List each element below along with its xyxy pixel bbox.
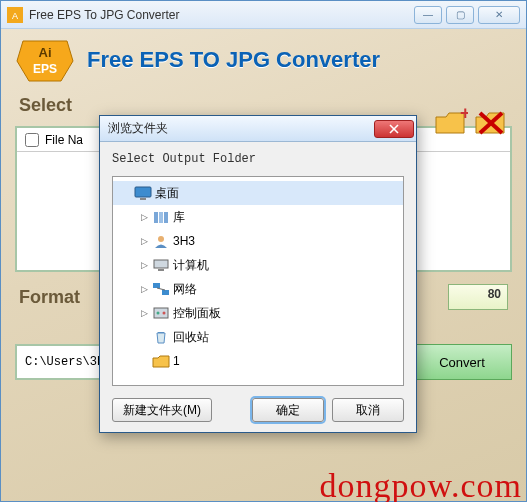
- app-title: Free EPS TO JPG Converter: [87, 47, 380, 73]
- tree-item-label: 控制面板: [173, 305, 221, 322]
- new-folder-button[interactable]: 新建文件夹(M): [112, 398, 212, 422]
- tree-item[interactable]: ▷计算机: [113, 253, 403, 277]
- logo-icon: Ai EPS: [15, 37, 75, 83]
- toolbar-icons: +: [434, 107, 508, 137]
- expand-arrow-icon[interactable]: ▷: [139, 260, 149, 270]
- svg-point-22: [157, 312, 160, 315]
- tree-item[interactable]: ▷库: [113, 205, 403, 229]
- remove-folder-icon[interactable]: [474, 107, 508, 137]
- tree-item-label: 桌面: [155, 185, 179, 202]
- tree-item-label: 计算机: [173, 257, 209, 274]
- tree-item[interactable]: ▷网络: [113, 277, 403, 301]
- svg-rect-17: [158, 269, 164, 271]
- user-icon: [152, 233, 170, 249]
- svg-rect-19: [162, 290, 169, 295]
- svg-rect-11: [140, 198, 146, 200]
- header: Ai EPS Free EPS TO JPG Converter: [1, 29, 526, 91]
- svg-point-15: [158, 236, 164, 242]
- svg-text:A: A: [12, 11, 18, 21]
- tree-item[interactable]: 桌面: [113, 181, 403, 205]
- format-label: Format: [19, 287, 80, 308]
- svg-rect-14: [164, 212, 168, 223]
- tree-item[interactable]: ▷3H3: [113, 229, 403, 253]
- expand-arrow-icon[interactable]: ▷: [139, 212, 149, 222]
- minimize-button[interactable]: —: [414, 6, 442, 24]
- titlebar[interactable]: A Free EPS To JPG Converter — ▢ ✕: [1, 1, 526, 29]
- svg-text:EPS: EPS: [33, 62, 57, 76]
- network-icon: [152, 281, 170, 297]
- svg-rect-10: [135, 187, 151, 197]
- ok-button[interactable]: 确定: [252, 398, 324, 422]
- watermark-text: dongpow.com: [320, 467, 522, 502]
- tree-item-label: 1: [173, 354, 180, 368]
- svg-line-20: [157, 288, 165, 290]
- svg-rect-21: [154, 308, 168, 318]
- dialog-close-button[interactable]: [374, 120, 414, 138]
- tree-item-label: 库: [173, 209, 185, 226]
- svg-rect-16: [154, 260, 168, 268]
- tree-item[interactable]: 回收站: [113, 325, 403, 349]
- expand-arrow-icon[interactable]: ▷: [139, 308, 149, 318]
- expand-arrow-icon[interactable]: ▷: [139, 284, 149, 294]
- folder-icon: [152, 353, 170, 369]
- dialog-instruction: Select Output Folder: [112, 152, 404, 166]
- close-button[interactable]: ✕: [478, 6, 520, 24]
- window-controls: — ▢ ✕: [414, 6, 520, 24]
- maximize-button[interactable]: ▢: [446, 6, 474, 24]
- convert-button[interactable]: Convert: [412, 344, 512, 380]
- window-title: Free EPS To JPG Converter: [29, 8, 414, 22]
- svg-point-23: [163, 312, 166, 315]
- folder-tree[interactable]: 桌面▷库▷3H3▷计算机▷网络▷控制面板回收站1: [112, 176, 404, 386]
- tree-item[interactable]: ▷控制面板: [113, 301, 403, 325]
- svg-rect-13: [159, 212, 163, 223]
- dialog-title: 浏览文件夹: [108, 120, 374, 137]
- add-folder-icon[interactable]: +: [434, 107, 468, 137]
- app-window: A Free EPS To JPG Converter — ▢ ✕ Ai EPS…: [0, 0, 527, 502]
- desktop-icon: [134, 185, 152, 201]
- svg-text:Ai: Ai: [39, 45, 52, 60]
- cancel-button[interactable]: 取消: [332, 398, 404, 422]
- tree-item[interactable]: 1: [113, 349, 403, 373]
- controlpanel-icon: [152, 305, 170, 321]
- app-icon: A: [7, 7, 23, 23]
- libraries-icon: [152, 209, 170, 225]
- format-value[interactable]: 80: [448, 284, 508, 310]
- expand-arrow-icon[interactable]: ▷: [139, 236, 149, 246]
- tree-item-label: 回收站: [173, 329, 209, 346]
- recycle-icon: [152, 329, 170, 345]
- main-area: Ai EPS Free EPS TO JPG Converter Select …: [1, 29, 526, 501]
- tree-item-label: 网络: [173, 281, 197, 298]
- svg-rect-12: [154, 212, 158, 223]
- file-name-column-label: File Na: [45, 133, 83, 147]
- dialog-titlebar[interactable]: 浏览文件夹: [100, 116, 416, 142]
- svg-rect-18: [153, 283, 160, 288]
- select-all-checkbox[interactable]: [25, 133, 39, 147]
- svg-text:+: +: [460, 107, 468, 123]
- browse-folder-dialog: 浏览文件夹 Select Output Folder 桌面▷库▷3H3▷计算机▷…: [99, 115, 417, 433]
- computer-icon: [152, 257, 170, 273]
- tree-item-label: 3H3: [173, 234, 195, 248]
